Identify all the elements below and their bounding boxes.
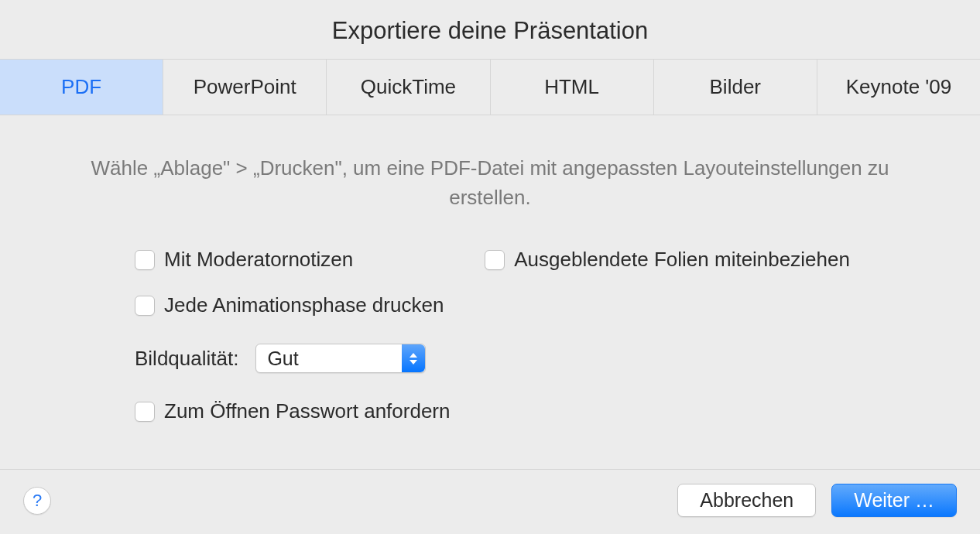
footer-bar: ? Abbrechen Weiter … — [0, 469, 980, 534]
label-each-animation: Jede Animationsphase drucken — [164, 293, 444, 317]
options-panel: Mit Moderatornotizen Ausgeblendete Folie… — [62, 248, 918, 423]
select-value: Gut — [256, 347, 402, 370]
content-area: Wähle „Ablage" > „Drucken", um eine PDF-… — [0, 115, 980, 469]
chevron-updown-icon — [402, 344, 425, 372]
label-include-hidden: Ausgeblendete Folien miteinbeziehen — [514, 248, 850, 272]
help-button[interactable]: ? — [23, 487, 51, 515]
format-tabs: PDF PowerPoint QuickTime HTML Bilder Key… — [0, 59, 980, 115]
checkbox-include-hidden[interactable] — [485, 250, 505, 270]
tab-quicktime[interactable]: QuickTime — [327, 60, 490, 115]
checkbox-each-animation[interactable] — [135, 296, 155, 316]
footer-buttons: Abbrechen Weiter … — [677, 484, 957, 517]
tab-powerpoint[interactable]: PowerPoint — [163, 60, 327, 115]
next-button[interactable]: Weiter … — [831, 484, 957, 517]
select-image-quality[interactable]: Gut — [255, 344, 426, 373]
tab-pdf[interactable]: PDF — [0, 60, 163, 115]
tab-keynote09[interactable]: Keynote '09 — [817, 60, 980, 115]
checkbox-presenter-notes[interactable] — [135, 250, 155, 270]
label-password-required: Zum Öffnen Passwort anfordern — [164, 399, 450, 423]
label-presenter-notes: Mit Moderatornotizen — [164, 248, 353, 272]
checkbox-password-required[interactable] — [135, 402, 155, 422]
hint-text: Wähle „Ablage" > „Drucken", um eine PDF-… — [62, 154, 918, 212]
tab-images[interactable]: Bilder — [654, 60, 817, 115]
label-image-quality: Bildqualität: — [135, 347, 238, 371]
tab-html[interactable]: HTML — [491, 60, 654, 115]
dialog-title: Exportiere deine Präsentation — [0, 0, 980, 59]
cancel-button[interactable]: Abbrechen — [677, 484, 816, 517]
